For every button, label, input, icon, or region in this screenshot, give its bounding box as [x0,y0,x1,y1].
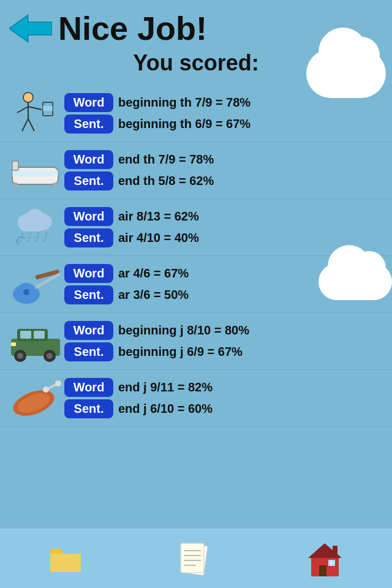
badge-word: Word [64,207,113,226]
score-rows-5: Word beginning j 8/10 = 80% Sent. beginn… [64,321,386,361]
score-text: beginning th 6/9 = 67% [118,117,251,131]
home-nav-button[interactable] [305,538,345,578]
notes-icon [178,538,211,578]
cloud-decoration-mid [318,263,392,300]
score-text: ar 4/6 = 67% [118,266,189,281]
badge-sent: Sent. [64,115,113,134]
badge-sent: Sent. [64,399,113,418]
score-row: Sent. air 4/10 = 40% [64,228,386,247]
svg-rect-12 [53,183,56,187]
svg-rect-10 [12,170,58,176]
svg-rect-44 [181,543,204,573]
score-row: Sent. end j 6/10 = 60% [64,399,386,418]
svg-line-3 [17,107,28,113]
svg-line-6 [28,119,34,131]
score-text: beginning th 7/9 = 78% [118,96,251,110]
svg-rect-51 [333,546,337,557]
svg-point-24 [23,289,29,295]
badge-sent: Sent. [64,285,113,304]
badge-word: Word [64,150,113,169]
score-section-6: Word end j 9/11 = 82% Sent. end j 6/10 =… [0,370,392,427]
subtitle: You scored: [0,50,392,76]
page-title: Nice Job! [58,9,207,47]
svg-rect-13 [12,161,18,170]
header: Nice Job! [0,0,392,50]
badge-sent: Sent. [64,228,113,247]
svg-point-17 [26,209,44,227]
icon-person-glass [6,89,64,138]
icon-bathtub [6,146,64,195]
badge-word: Word [64,321,113,340]
score-text: beginning j 8/10 = 80% [118,323,249,337]
icon-sausage [6,374,64,423]
score-text: end th 5/8 = 62% [118,174,214,188]
score-row: Word air 8/13 = 62% [64,207,386,226]
svg-point-42 [43,386,49,393]
svg-line-20 [36,233,39,241]
badge-word: Word [64,93,113,112]
icon-rain-cloud [6,203,64,252]
score-section-5: Word beginning j 8/10 = 80% Sent. beginn… [0,313,392,370]
icon-guitar [6,260,64,309]
score-text: beginning j 6/9 = 67% [118,345,243,359]
icon-jeep [6,317,64,366]
badge-sent: Sent. [64,342,113,361]
score-text: end j 9/11 = 82% [118,380,213,394]
svg-point-41 [55,380,61,386]
svg-point-36 [47,353,53,359]
score-section-2: Word end th 7/9 = 78% Sent. end th 5/8 =… [0,142,392,199]
score-rows-3: Word air 8/13 = 62% Sent. air 4/10 = 40% [64,207,386,247]
score-section-3: Word air 8/13 = 62% Sent. air 4/10 = 40% [0,199,392,256]
svg-marker-0 [9,15,52,42]
score-rows-1: Word beginning th 7/9 = 78% Sent. beginn… [64,93,386,134]
score-row: Sent. end th 5/8 = 62% [64,172,386,190]
svg-rect-31 [20,331,31,339]
score-rows-2: Word end th 7/9 = 78% Sent. end th 5/8 =… [64,150,386,190]
score-row: Word end th 7/9 = 78% [64,150,386,169]
score-text: air 8/13 = 62% [118,209,199,224]
score-text: air 4/10 = 40% [118,231,199,245]
svg-line-5 [22,119,28,131]
score-row: Word beginning j 8/10 = 80% [64,321,386,340]
score-row: Sent. beginning j 6/9 = 67% [64,342,386,361]
folder-icon [47,541,84,575]
back-button[interactable] [9,12,52,45]
score-text: end j 6/10 = 60% [118,402,213,416]
home-icon [305,538,345,578]
notes-nav-button[interactable] [178,538,211,578]
bottom-navigation [0,527,392,588]
badge-word: Word [64,264,113,283]
badge-sent: Sent. [64,172,113,190]
folder-nav-button[interactable] [47,541,84,575]
score-text: end th 7/9 = 78% [118,153,214,167]
svg-point-1 [23,92,33,102]
svg-line-4 [28,107,42,110]
svg-rect-37 [11,342,16,346]
svg-rect-52 [319,565,326,576]
svg-rect-32 [34,331,45,339]
badge-word: Word [64,378,113,397]
svg-point-34 [17,353,23,359]
svg-line-21 [44,233,47,241]
score-rows-6: Word end j 9/11 = 82% Sent. end j 6/10 =… [64,378,386,418]
score-text: ar 3/6 = 50% [118,288,189,302]
score-row: Sent. beginning th 6/9 = 67% [64,115,386,134]
svg-line-19 [28,233,31,241]
svg-rect-11 [14,183,18,187]
score-row: Word end j 9/11 = 82% [64,378,386,397]
